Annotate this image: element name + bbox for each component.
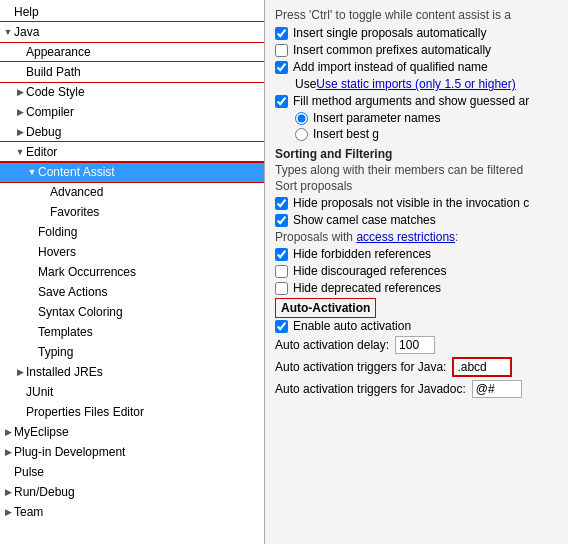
tree-item-content-assist[interactable]: ▼Content Assist: [0, 162, 264, 182]
radio-insert-param[interactable]: [295, 112, 308, 125]
tree-label-folding: Folding: [38, 223, 264, 241]
hide-deprecated-label: Hide deprecated references: [293, 281, 441, 295]
insert-single-checkbox[interactable]: [275, 27, 288, 40]
auto-activation-box: Auto-Activation: [275, 298, 376, 318]
tree-label-editor: Editor: [26, 143, 264, 161]
tree-item-hovers[interactable]: Hovers: [0, 242, 264, 262]
fill-method-label: Fill method arguments and show guessed a…: [293, 94, 529, 108]
tree-label-properties-files-editor: Properties Files Editor: [26, 403, 264, 421]
tree-label-pulse: Pulse: [14, 463, 264, 481]
hide-forbidden-checkbox[interactable]: [275, 248, 288, 261]
fill-method-checkbox[interactable]: [275, 95, 288, 108]
tree-arrow-code-style: ▶: [14, 83, 26, 101]
triggers-javadoc-row: Auto activation triggers for Javadoc:: [275, 380, 558, 398]
tree-label-plug-in-development: Plug-in Development: [14, 443, 264, 461]
tree-item-typing[interactable]: Typing: [0, 342, 264, 362]
tree-item-installed-jres[interactable]: ▶Installed JREs: [0, 362, 264, 382]
tree-label-advanced: Advanced: [50, 183, 264, 201]
tree-arrow-team: ▶: [2, 503, 14, 521]
delay-input[interactable]: [395, 336, 435, 354]
tree-item-save-actions[interactable]: Save Actions: [0, 282, 264, 302]
tree-item-plug-in-development[interactable]: ▶Plug-in Development: [0, 442, 264, 462]
add-import-label: Add import instead of qualified name: [293, 60, 488, 74]
tree-label-save-actions: Save Actions: [38, 283, 264, 301]
types-desc: Types along with their members can be fi…: [275, 163, 558, 177]
tree-item-help[interactable]: Help: [0, 2, 264, 22]
tree-item-templates[interactable]: Templates: [0, 322, 264, 342]
tree-item-java[interactable]: ▼Java: [0, 22, 264, 42]
proposals-with-text: Proposals with access restrictions:: [275, 230, 558, 244]
use-label: Use: [295, 77, 316, 91]
tree-item-code-style[interactable]: ▶Code Style: [0, 82, 264, 102]
tree-label-code-style: Code Style: [26, 83, 264, 101]
tree-label-build-path: Build Path: [26, 63, 264, 81]
tree-item-compiler[interactable]: ▶Compiler: [0, 102, 264, 122]
hide-deprecated-checkbox[interactable]: [275, 282, 288, 295]
tree-label-syntax-coloring: Syntax Coloring: [38, 303, 264, 321]
tree-item-advanced[interactable]: Advanced: [0, 182, 264, 202]
tree-item-folding[interactable]: Folding: [0, 222, 264, 242]
checkbox-hide-deprecated: Hide deprecated references: [275, 281, 558, 295]
tree-item-myeclipse[interactable]: ▶MyEclipse: [0, 422, 264, 442]
checkbox-hide-forbidden: Hide forbidden references: [275, 247, 558, 261]
desc-text-1: Press 'Ctrl' to toggle while content ass…: [275, 8, 558, 22]
radio-insert-best[interactable]: [295, 128, 308, 141]
tree-item-syntax-coloring[interactable]: Syntax Coloring: [0, 302, 264, 322]
hide-discouraged-label: Hide discouraged references: [293, 264, 446, 278]
sorting-title: Sorting and Filtering: [275, 147, 558, 161]
tree-label-appearance: Appearance: [26, 43, 264, 61]
tree-arrow-plug-in-development: ▶: [2, 443, 14, 461]
insert-common-checkbox[interactable]: [275, 44, 288, 57]
hide-not-visible-label: Hide proposals not visible in the invoca…: [293, 196, 529, 210]
tree-label-compiler: Compiler: [26, 103, 264, 121]
checkbox-show-camel: Show camel case matches: [275, 213, 558, 227]
enable-auto-checkbox[interactable]: [275, 320, 288, 333]
triggers-java-label: Auto activation triggers for Java:: [275, 360, 446, 374]
hide-forbidden-label: Hide forbidden references: [293, 247, 431, 261]
tree-item-debug[interactable]: ▶Debug: [0, 122, 264, 142]
triggers-javadoc-input[interactable]: [472, 380, 522, 398]
checkbox-insert-single: Insert single proposals automatically: [275, 26, 558, 40]
tree-arrow-run-debug: ▶: [2, 483, 14, 501]
access-restrictions-link[interactable]: access restrictions: [356, 230, 455, 244]
triggers-javadoc-label: Auto activation triggers for Javadoc:: [275, 382, 466, 396]
tree-label-hovers: Hovers: [38, 243, 264, 261]
checkbox-hide-discouraged: Hide discouraged references: [275, 264, 558, 278]
radio-insert-param-row: Insert parameter names: [295, 111, 558, 125]
tree-label-favorites: Favorites: [50, 203, 264, 221]
insert-common-label: Insert common prefixes automatically: [293, 43, 491, 57]
settings-content: Press 'Ctrl' to toggle while content ass…: [265, 0, 568, 544]
tree-item-properties-files-editor[interactable]: Properties Files Editor: [0, 402, 264, 422]
tree-label-myeclipse: MyEclipse: [14, 423, 264, 441]
tree-label-typing: Typing: [38, 343, 264, 361]
tree-label-team: Team: [14, 503, 264, 521]
radio-insert-param-label: Insert parameter names: [313, 111, 440, 125]
static-imports-row: Use Use static imports (only 1.5 or high…: [295, 77, 558, 91]
tree-item-run-debug[interactable]: ▶Run/Debug: [0, 482, 264, 502]
triggers-java-input[interactable]: [452, 357, 512, 377]
tree-label-debug: Debug: [26, 123, 264, 141]
tree-item-editor[interactable]: ▼Editor: [0, 142, 264, 162]
add-import-checkbox[interactable]: [275, 61, 288, 74]
tree-item-favorites[interactable]: Favorites: [0, 202, 264, 222]
tree-arrow-debug: ▶: [14, 123, 26, 141]
settings-tree: Help▼JavaAppearanceBuild Path▶Code Style…: [0, 0, 265, 544]
tree-item-appearance[interactable]: Appearance: [0, 42, 264, 62]
hide-not-visible-checkbox[interactable]: [275, 197, 288, 210]
tree-arrow-editor: ▼: [14, 143, 26, 161]
hide-discouraged-checkbox[interactable]: [275, 265, 288, 278]
tree-item-build-path[interactable]: Build Path: [0, 62, 264, 82]
tree-item-team[interactable]: ▶Team: [0, 502, 264, 522]
tree-item-mark-occurrences[interactable]: Mark Occurrences: [0, 262, 264, 282]
tree-label-run-debug: Run/Debug: [14, 483, 264, 501]
tree-item-pulse[interactable]: Pulse: [0, 462, 264, 482]
tree-label-templates: Templates: [38, 323, 264, 341]
delay-label: Auto activation delay:: [275, 338, 389, 352]
static-imports-link[interactable]: Use static imports (only 1.5 or higher): [316, 77, 515, 91]
checkbox-insert-common: Insert common prefixes automatically: [275, 43, 558, 57]
enable-auto-label: Enable auto activation: [293, 319, 411, 333]
tree-item-junit[interactable]: JUnit: [0, 382, 264, 402]
show-camel-label: Show camel case matches: [293, 213, 436, 227]
insert-single-label: Insert single proposals automatically: [293, 26, 486, 40]
show-camel-checkbox[interactable]: [275, 214, 288, 227]
